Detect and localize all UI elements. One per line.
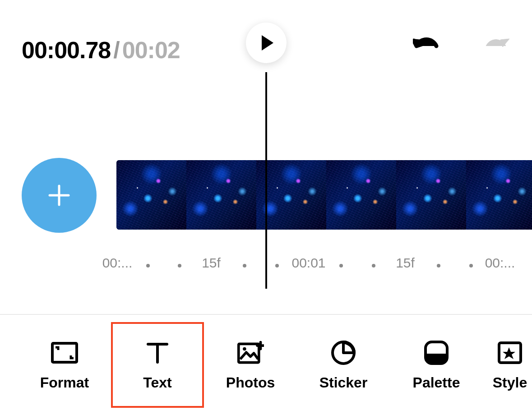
- ruler-tick: [437, 255, 440, 271]
- svg-rect-2: [52, 343, 77, 362]
- tool-label: Sticker: [319, 374, 368, 391]
- palette-icon: [423, 339, 450, 366]
- ruler-tick: [243, 255, 246, 271]
- tool-label: Photos: [226, 374, 275, 391]
- svg-point-6: [243, 347, 246, 350]
- plus-icon: [47, 183, 71, 208]
- tool-palette[interactable]: Palette: [390, 322, 483, 408]
- tool-photos[interactable]: Photos: [204, 322, 297, 408]
- text-icon: [144, 339, 171, 366]
- current-time: 00:00.78: [22, 37, 111, 64]
- photos-icon: [237, 339, 264, 366]
- clip-frame[interactable]: [466, 160, 532, 230]
- tool-label: Style: [493, 374, 527, 391]
- tool-sticker[interactable]: Sticker: [297, 322, 390, 408]
- undo-icon: [413, 32, 440, 49]
- tool-label: Palette: [413, 374, 460, 391]
- top-bar: 00:00.78 / 00:02: [0, 0, 532, 72]
- ruler-label: 00:...: [102, 255, 133, 271]
- time-display: 00:00.78 / 00:02: [22, 37, 180, 64]
- ruler-label: 00:...: [485, 255, 515, 271]
- style-icon: [496, 339, 523, 366]
- ruler-tick: [146, 255, 150, 271]
- sticker-icon: [330, 339, 357, 366]
- tool-style[interactable]: Style: [483, 322, 532, 408]
- tool-format[interactable]: Format: [18, 322, 111, 408]
- bottom-toolbar: FormatTextPhotosStickerPaletteStyle: [0, 314, 532, 415]
- tool-label: Format: [40, 374, 89, 391]
- clip-strip[interactable]: [116, 160, 532, 230]
- clip-frame[interactable]: [396, 160, 466, 230]
- play-icon: [262, 35, 273, 51]
- clip-frame[interactable]: [186, 160, 256, 230]
- svg-rect-11: [427, 354, 446, 362]
- undo-button[interactable]: [412, 32, 441, 50]
- ruler-tick: [339, 255, 343, 271]
- format-icon: [51, 339, 78, 366]
- playhead[interactable]: [265, 72, 267, 289]
- clip-frame[interactable]: [116, 160, 186, 230]
- ruler-tick: [178, 255, 181, 271]
- ruler-tick: [275, 255, 279, 271]
- timeline[interactable]: 00:...15f00:0115f00:...: [0, 72, 532, 316]
- tool-text[interactable]: Text: [111, 322, 204, 408]
- play-button[interactable]: [246, 23, 287, 63]
- ruler-tick: [469, 255, 473, 271]
- undo-redo-group: [412, 32, 510, 50]
- clip-frame[interactable]: [326, 160, 396, 230]
- redo-icon: [482, 32, 509, 49]
- time-separator: /: [113, 37, 119, 64]
- ruler-label: 15f: [396, 255, 415, 271]
- ruler-label: 00:01: [291, 255, 325, 271]
- ruler-label: 15f: [202, 255, 221, 271]
- ruler-tick: [372, 255, 375, 271]
- total-time: 00:02: [122, 37, 180, 64]
- redo-button[interactable]: [481, 32, 510, 50]
- tool-label: Text: [143, 374, 171, 391]
- add-clip-button[interactable]: [22, 158, 97, 233]
- svg-marker-13: [503, 347, 515, 359]
